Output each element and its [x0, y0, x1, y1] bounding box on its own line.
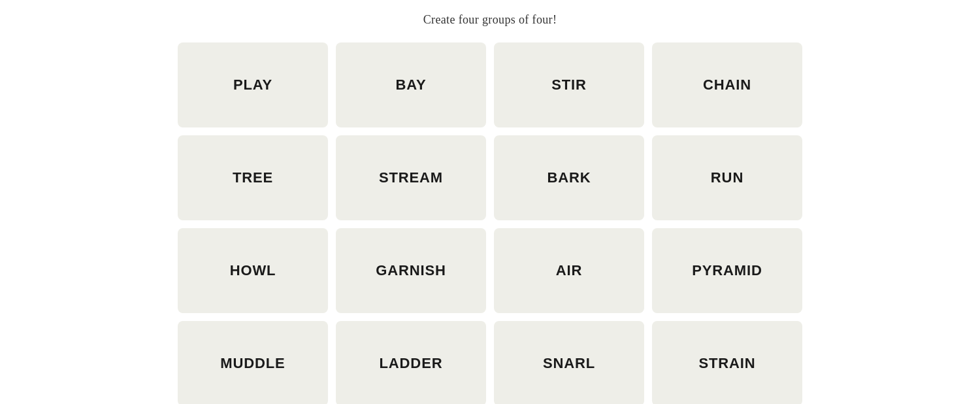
tile-label: LADDER — [380, 355, 443, 372]
tile-label: MUDDLE — [220, 355, 285, 372]
word-tile[interactable]: BARK — [494, 135, 644, 220]
tile-label: SNARL — [543, 355, 595, 372]
word-tile[interactable]: PYRAMID — [652, 228, 802, 313]
tile-label: STIR — [551, 76, 587, 93]
tile-label: PYRAMID — [692, 262, 762, 279]
word-tile[interactable]: BAY — [336, 42, 486, 127]
tile-label: TREE — [233, 169, 273, 186]
word-tile[interactable]: STRAIN — [652, 321, 802, 404]
tile-label: STREAM — [379, 169, 443, 186]
word-tile[interactable]: AIR — [494, 228, 644, 313]
word-tile[interactable]: GARNISH — [336, 228, 486, 313]
word-tile[interactable]: TREE — [178, 135, 328, 220]
word-tile[interactable]: HOWL — [178, 228, 328, 313]
word-tile[interactable]: STREAM — [336, 135, 486, 220]
word-tile[interactable]: LADDER — [336, 321, 486, 404]
subtitle: Create four groups of four! — [423, 13, 557, 27]
word-tile[interactable]: STIR — [494, 42, 644, 127]
tile-label: RUN — [711, 169, 743, 186]
tile-label: CHAIN — [703, 76, 751, 93]
tile-label: AIR — [556, 262, 583, 279]
word-grid: PLAYBAYSTIRCHAINTREESTREAMBARKRUNHOWLGAR… — [178, 42, 802, 404]
tile-label: STRAIN — [698, 355, 755, 372]
tile-label: BAY — [395, 76, 426, 93]
tile-label: GARNISH — [376, 262, 446, 279]
word-tile[interactable]: RUN — [652, 135, 802, 220]
word-tile[interactable]: PLAY — [178, 42, 328, 127]
tile-label: PLAY — [233, 76, 272, 93]
tile-label: BARK — [547, 169, 591, 186]
word-tile[interactable]: MUDDLE — [178, 321, 328, 404]
tile-label: HOWL — [230, 262, 276, 279]
word-tile[interactable]: CHAIN — [652, 42, 802, 127]
word-tile[interactable]: SNARL — [494, 321, 644, 404]
